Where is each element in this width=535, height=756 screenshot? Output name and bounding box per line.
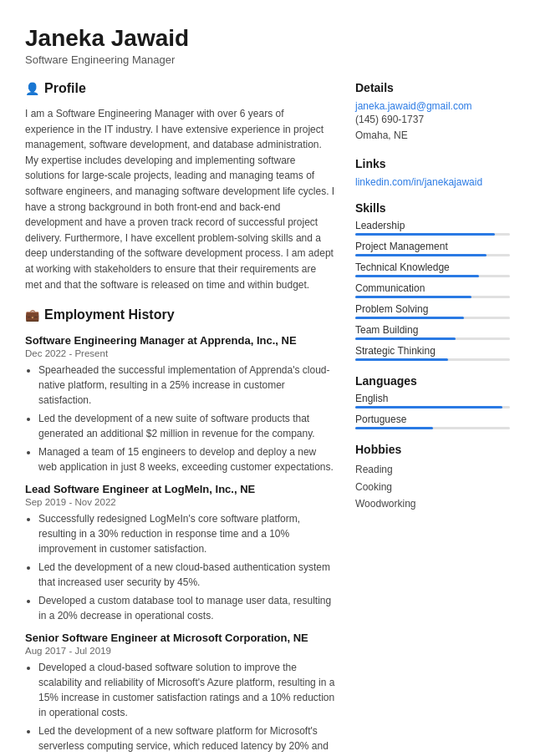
languages-list: EnglishPortuguese [355, 393, 510, 429]
skill-item: Leadership [355, 220, 510, 236]
phone: (145) 690-1737 [355, 114, 424, 125]
language-bar-fill [355, 427, 433, 429]
job-bullet: Spearheaded the successful implementatio… [38, 363, 335, 408]
skill-item: Strategic Thinking [355, 345, 510, 361]
skill-bar-fill [355, 254, 487, 256]
skill-bar-fill [355, 358, 448, 361]
job-bullet: Developed a cloud-based software solutio… [38, 660, 335, 720]
skill-name: Team Building [355, 324, 510, 336]
skill-bar-bg [355, 275, 510, 277]
job-title: Software Engineering Manager at Apprenda… [25, 334, 335, 347]
job-item: Senior Software Engineer at Microsoft Co… [25, 632, 335, 756]
skill-bar-bg [355, 254, 510, 256]
skill-item: Communication [355, 282, 510, 298]
skill-bar-fill [355, 317, 464, 319]
skill-bar-bg [355, 233, 510, 236]
job-title: Senior Software Engineer at Microsoft Co… [25, 632, 335, 644]
skill-bar-fill [355, 275, 479, 277]
skill-bar-fill [355, 337, 456, 340]
skill-bar-bg [355, 296, 510, 298]
language-item: English [355, 393, 510, 408]
hobby-item: Reading [355, 461, 510, 478]
job-bullets: Spearheaded the successful implementatio… [25, 363, 335, 474]
job-date: Aug 2017 - Jul 2019 [25, 646, 335, 656]
profile-icon: 👤 [25, 82, 39, 95]
job-bullet: Led the development of a new suite of so… [38, 411, 335, 441]
hobbies-section: Hobbies ReadingCookingWoodworking [355, 443, 510, 512]
links-section: Links linkedin.com/in/janekajawaid [355, 157, 510, 188]
hobbies-list: ReadingCookingWoodworking [355, 461, 510, 512]
job-bullets: Successfully redesigned LogMeIn's core s… [25, 511, 335, 623]
language-bar-bg [355, 427, 510, 429]
job-bullet: Led the development of a new software pl… [38, 723, 335, 756]
job-bullet: Led the development of a new cloud-based… [38, 560, 335, 590]
links-title: Links [355, 157, 510, 170]
job-item: Software Engineering Manager at Apprenda… [25, 334, 335, 474]
job-bullet: Successfully redesigned LogMeIn's core s… [38, 511, 335, 556]
skill-bar-bg [355, 337, 510, 340]
skill-item: Team Building [355, 324, 510, 340]
hobbies-title: Hobbies [355, 443, 510, 456]
language-item: Portuguese [355, 414, 510, 429]
job-bullets: Developed a cloud-based software solutio… [25, 660, 335, 756]
skills-section: Skills LeadershipProject ManagementTechn… [355, 201, 510, 361]
skill-name: Problem Solving [355, 303, 510, 315]
left-column: 👤 Profile I am a Software Engineering Ma… [25, 81, 335, 756]
skill-bar-fill [355, 296, 471, 298]
email-link[interactable]: janeka.jawaid@gmail.com [355, 100, 472, 112]
hobby-item: Woodworking [355, 495, 510, 512]
linkedin-link[interactable]: linkedin.com/in/janekajawaid [355, 176, 482, 188]
details-title: Details [355, 81, 510, 94]
profile-text: I am a Software Engineering Manager with… [25, 106, 335, 292]
details-section: Details janeka.jawaid@gmail.com (145) 69… [355, 81, 510, 144]
job-date: Dec 2022 - Present [25, 348, 335, 358]
language-bar-bg [355, 406, 510, 408]
employment-section: 💼 Employment History Software Engineerin… [25, 307, 335, 756]
skill-item: Technical Knowledge [355, 261, 510, 277]
location: Omaha, NE [355, 129, 408, 141]
skill-name: Leadership [355, 220, 510, 231]
job-bullet: Managed a team of 15 engineers to develo… [38, 444, 335, 474]
job-title: Lead Software Engineer at LogMeIn, Inc.,… [25, 483, 335, 495]
language-bar-fill [355, 406, 502, 408]
skill-bar-bg [355, 317, 510, 319]
employment-icon: 💼 [25, 308, 39, 322]
skills-list: LeadershipProject ManagementTechnical Kn… [355, 220, 510, 361]
skill-item: Problem Solving [355, 303, 510, 319]
languages-section: Languages EnglishPortuguese [355, 374, 510, 429]
job-bullet: Developed a custom database tool to mana… [38, 593, 335, 623]
language-name: Portuguese [355, 414, 510, 425]
skill-name: Project Management [355, 241, 510, 252]
hobby-item: Cooking [355, 479, 510, 495]
candidate-subtitle: Software Engineering Manager [25, 53, 510, 66]
language-name: English [355, 393, 510, 404]
profile-title: 👤 Profile [25, 81, 335, 99]
skill-name: Strategic Thinking [355, 345, 510, 357]
languages-title: Languages [355, 374, 510, 388]
right-column: Details janeka.jawaid@gmail.com (145) 69… [355, 81, 510, 756]
jobs-list: Software Engineering Manager at Apprenda… [25, 334, 335, 756]
skill-name: Communication [355, 282, 510, 294]
skill-item: Project Management [355, 241, 510, 256]
employment-title: 💼 Employment History [25, 307, 335, 326]
skills-title: Skills [355, 201, 510, 215]
profile-section: 👤 Profile I am a Software Engineering Ma… [25, 81, 335, 292]
job-item: Lead Software Engineer at LogMeIn, Inc.,… [25, 483, 335, 623]
skill-bar-fill [355, 233, 495, 236]
candidate-name: Janeka Jawaid [25, 25, 510, 52]
job-date: Sep 2019 - Nov 2022 [25, 497, 335, 507]
header: Janeka Jawaid Software Engineering Manag… [25, 25, 510, 66]
skill-bar-bg [355, 358, 510, 361]
skill-name: Technical Knowledge [355, 261, 510, 273]
